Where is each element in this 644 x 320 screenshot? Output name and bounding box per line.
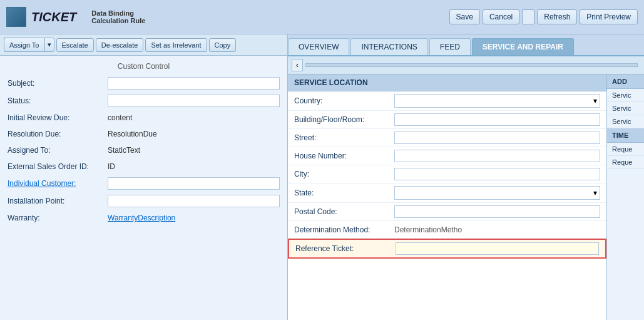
assign-group: Assign To ▾ bbox=[4, 38, 54, 52]
tab-nav: ‹ bbox=[288, 56, 644, 75]
resolution-due-row: Resolution Due: ResolutionDue bbox=[0, 126, 287, 142]
de-escalate-button[interactable]: De-escalate bbox=[96, 38, 144, 52]
postal-code-input[interactable] bbox=[394, 205, 600, 218]
right-side-panel: ADD Servic Servic Servic TIME Reque Requ… bbox=[607, 75, 644, 320]
add-section-header: ADD bbox=[607, 75, 644, 89]
time-section-header: TIME bbox=[607, 128, 644, 143]
status-row: Status: bbox=[0, 92, 287, 110]
external-sales-row: External Sales Order ID: ID bbox=[0, 158, 287, 175]
set-as-irrelevant-button[interactable]: Set as Irrelevant bbox=[145, 38, 207, 52]
escalate-button[interactable]: Escalate bbox=[56, 38, 94, 52]
house-number-label: House Number: bbox=[294, 152, 394, 160]
building-label: Building/Floor/Room: bbox=[294, 115, 394, 124]
tab-nav-left[interactable]: ‹ bbox=[292, 59, 303, 71]
reference-ticket-input[interactable] bbox=[396, 242, 599, 255]
country-dropdown[interactable]: ▾ bbox=[394, 94, 600, 108]
house-number-row: House Number: bbox=[288, 147, 606, 165]
street-row: Street: bbox=[288, 129, 606, 147]
assigned-to-value: StaticText bbox=[108, 146, 280, 155]
determination-method-label: Determination Method: bbox=[294, 225, 394, 234]
subject-input[interactable] bbox=[108, 77, 280, 90]
building-row: Building/Floor/Room: bbox=[288, 111, 606, 129]
city-label: City: bbox=[294, 170, 394, 178]
warranty-label: Warranty: bbox=[8, 214, 108, 222]
assigned-to-row: Assigned To: StaticText bbox=[0, 142, 287, 158]
reference-ticket-label: Reference Ticket: bbox=[295, 244, 396, 253]
initial-review-row: Initial Review Due: content bbox=[0, 110, 287, 126]
assign-to-button[interactable]: Assign To bbox=[4, 38, 44, 52]
header-info-line1: Data Binding bbox=[91, 9, 145, 17]
subject-row: Subject: bbox=[0, 75, 287, 92]
external-sales-label: External Sales Order ID: bbox=[8, 162, 108, 171]
header-info-line2: Calculation Rule bbox=[91, 17, 145, 24]
assign-to-dropdown[interactable]: ▾ bbox=[44, 38, 54, 52]
installation-point-input[interactable] bbox=[108, 195, 280, 207]
tab-feed[interactable]: FEED bbox=[429, 38, 471, 55]
time-row-1[interactable]: Reque bbox=[607, 143, 644, 156]
city-input[interactable] bbox=[394, 168, 600, 180]
state-dropdown[interactable]: ▾ bbox=[394, 186, 600, 200]
installation-point-label: Installation Point: bbox=[8, 197, 108, 205]
main-container: Assign To ▾ Escalate De-escalate Set as … bbox=[0, 34, 644, 320]
installation-point-row: Installation Point: bbox=[0, 192, 287, 210]
tabs-bar: OVERVIEW INTERACTIONS FEED SERVICE AND R… bbox=[288, 34, 644, 56]
status-label: Status: bbox=[8, 96, 108, 105]
country-row: Country: ▾ bbox=[288, 91, 606, 111]
ticket-title-container: TICKET bbox=[31, 10, 86, 24]
house-number-input[interactable] bbox=[394, 150, 600, 162]
form-area: Custom Control Subject: Status: Initial … bbox=[0, 56, 287, 320]
state-dropdown-arrow: ▾ bbox=[593, 188, 597, 197]
custom-control-label: Custom Control bbox=[0, 58, 287, 75]
tab-service-and-repair[interactable]: SERVICE AND REPAIR bbox=[472, 38, 574, 55]
copy-button[interactable]: Copy bbox=[209, 38, 237, 52]
add-row-2[interactable]: Servic bbox=[607, 102, 644, 115]
refresh-button[interactable]: Refresh bbox=[537, 9, 577, 24]
header: TICKET Data Binding Calculation Rule Sav… bbox=[0, 0, 644, 34]
subject-label: Subject: bbox=[8, 79, 108, 88]
status-input[interactable] bbox=[108, 95, 280, 107]
building-input[interactable] bbox=[394, 113, 600, 126]
external-sales-value: ID bbox=[108, 162, 280, 171]
ticket-title: TICKET bbox=[31, 10, 76, 24]
print-preview-button[interactable]: Print Preview bbox=[580, 9, 638, 24]
save-button[interactable]: Save bbox=[449, 9, 480, 24]
street-label: Street: bbox=[294, 133, 394, 142]
avatar bbox=[6, 7, 26, 27]
city-row: City: bbox=[288, 165, 606, 183]
reference-ticket-row: Reference Ticket: bbox=[288, 239, 606, 259]
postal-code-label: Postal Code: bbox=[294, 207, 394, 216]
service-location-panel: SERVICE LOCATION Country: ▾ Building/Flo… bbox=[288, 75, 607, 320]
individual-customer-input[interactable] bbox=[108, 177, 280, 190]
content-area: SERVICE LOCATION Country: ▾ Building/Flo… bbox=[288, 75, 644, 320]
left-panel: Assign To ▾ Escalate De-escalate Set as … bbox=[0, 34, 288, 320]
service-location-header: SERVICE LOCATION bbox=[288, 75, 606, 91]
add-row-3[interactable]: Servic bbox=[607, 115, 644, 128]
warranty-value[interactable]: WarrantyDescription bbox=[108, 214, 280, 222]
street-input[interactable] bbox=[394, 132, 600, 144]
assigned-to-label: Assigned To: bbox=[8, 146, 108, 155]
add-row-1[interactable]: Servic bbox=[607, 89, 644, 102]
header-info: Data Binding Calculation Rule bbox=[91, 9, 145, 24]
resolution-due-value: ResolutionDue bbox=[108, 130, 280, 138]
tab-interactions[interactable]: INTERACTIONS bbox=[350, 38, 427, 55]
country-dropdown-arrow: ▾ bbox=[593, 96, 597, 105]
header-buttons: Save Cancel Refresh Print Preview bbox=[449, 9, 638, 24]
initial-review-value: content bbox=[108, 113, 280, 122]
cancel-button[interactable]: Cancel bbox=[483, 9, 519, 24]
determination-method-row: Determination Method: DeterminationMetho bbox=[288, 221, 606, 239]
state-row: State: ▾ bbox=[288, 183, 606, 203]
tab-scrollbar bbox=[305, 63, 638, 67]
state-label: State: bbox=[294, 188, 394, 197]
separator-button[interactable] bbox=[522, 9, 534, 24]
time-row-2[interactable]: Reque bbox=[607, 156, 644, 169]
warranty-row: Warranty: WarrantyDescription bbox=[0, 210, 287, 226]
left-toolbar: Assign To ▾ Escalate De-escalate Set as … bbox=[0, 34, 287, 56]
determination-method-value: DeterminationMetho bbox=[394, 225, 600, 234]
resolution-due-label: Resolution Due: bbox=[8, 130, 108, 138]
right-panel: OVERVIEW INTERACTIONS FEED SERVICE AND R… bbox=[288, 34, 644, 320]
country-label: Country: bbox=[294, 96, 394, 105]
initial-review-label: Initial Review Due: bbox=[8, 113, 108, 122]
individual-customer-label[interactable]: Individual Customer: bbox=[8, 179, 108, 188]
tab-overview[interactable]: OVERVIEW bbox=[288, 38, 349, 55]
individual-customer-row: Individual Customer: bbox=[0, 175, 287, 192]
